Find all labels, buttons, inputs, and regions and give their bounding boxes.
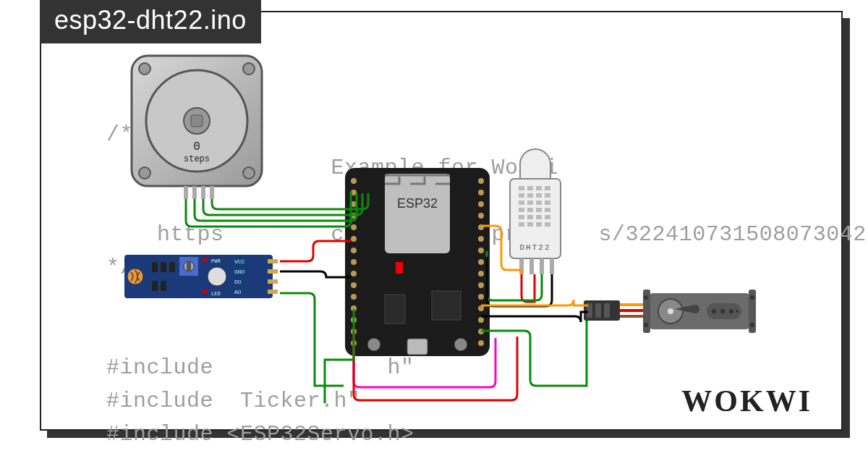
code-line: #include <ESP32Servo.h> <box>106 422 414 447</box>
code-line: #include Ticker.h" <box>106 389 361 413</box>
code-line: s/322410731508073042 <box>599 222 867 247</box>
code-line: com/arduino/proj <box>331 222 545 247</box>
svg-point-5 <box>243 63 255 75</box>
svg-point-4 <box>139 63 150 75</box>
code-line: */ <box>106 256 133 280</box>
file-tab[interactable]: esp32-dht22.ino <box>40 0 261 43</box>
code-line: #include <box>106 355 213 380</box>
code-line: Example for Wokwi <box>331 156 559 180</box>
code-line: https <box>157 222 224 247</box>
code-line: h" <box>388 355 414 380</box>
code-line: /** <box>106 122 147 147</box>
card: /** ESP32 Example for Wokwi https com/ar… <box>40 11 843 431</box>
file-tab-label: esp32-dht22.ino <box>54 5 247 35</box>
code-line: ESP32 <box>157 156 224 180</box>
brand-logo: WOKWI <box>681 386 812 416</box>
